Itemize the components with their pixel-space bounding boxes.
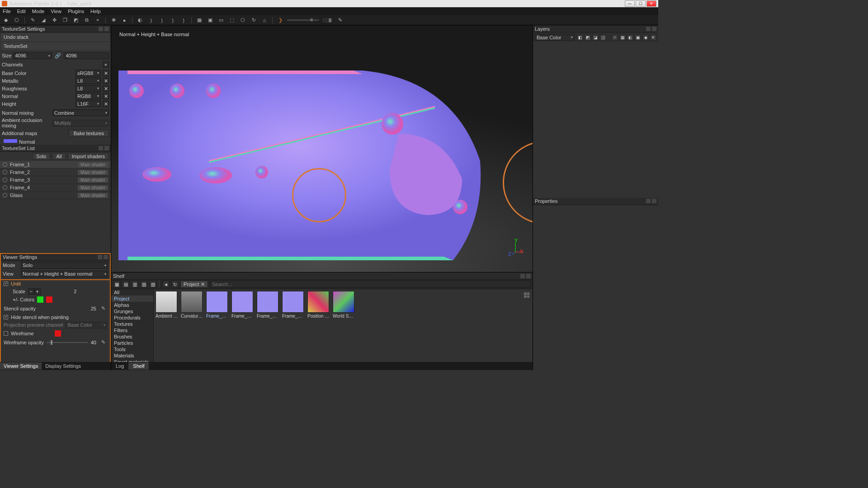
tab-shelf[interactable]: Shelf <box>128 362 149 370</box>
layer-ic4-icon[interactable]: ◫ <box>600 34 606 41</box>
lock-icon[interactable]: ✎ <box>336 16 344 24</box>
props-close-icon[interactable] <box>652 199 656 203</box>
eraser-icon[interactable]: ◢ <box>39 16 47 24</box>
render-mode-icon[interactable]: ◆ <box>2 16 10 24</box>
polyfill-icon[interactable]: ❐ <box>61 16 69 24</box>
menu-help[interactable]: Help <box>90 9 101 14</box>
shelf-cat[interactable]: Particles <box>111 340 153 346</box>
tslist-close-icon[interactable] <box>104 146 109 150</box>
view3d-icon[interactable]: ⬚ <box>228 16 236 24</box>
maximize-button[interactable]: ☐ <box>636 0 646 7</box>
wire-op-slider[interactable] <box>47 342 88 343</box>
visibility-icon[interactable] <box>3 193 7 197</box>
shelf-grid-icon[interactable] <box>523 291 531 299</box>
link-icon[interactable]: 🔗 <box>54 52 62 60</box>
viewer-undock-icon[interactable] <box>98 255 102 259</box>
channel-remove-icon[interactable]: ✕ <box>103 85 109 92</box>
quality-input[interactable] <box>321 17 333 23</box>
layers-undock-icon[interactable] <box>646 27 651 31</box>
textureset-item[interactable]: Frame_1 Main shader <box>0 161 111 169</box>
layer-fill-icon[interactable]: ▦ <box>619 34 626 41</box>
normal-mix-select[interactable]: Combine <box>52 109 109 116</box>
scale-minus[interactable]: − <box>28 288 34 295</box>
shelf-view1-icon[interactable]: ▦ <box>113 281 120 288</box>
channel-format-select[interactable]: L16F <box>75 100 101 107</box>
menu-view[interactable]: View <box>51 9 61 14</box>
shelf-cat[interactable]: All <box>111 289 153 296</box>
close-button[interactable]: ✕ <box>646 0 656 7</box>
smudge-icon[interactable]: ◩ <box>72 16 80 24</box>
rotate-icon[interactable]: ↻ <box>250 16 258 24</box>
textureset-item-shader[interactable]: Main shader <box>78 162 108 167</box>
clone-icon[interactable]: ⧉ <box>83 16 91 24</box>
iray-icon[interactable]: ❯ <box>276 16 284 24</box>
minus-color-swatch[interactable] <box>46 296 52 303</box>
textureset-item[interactable]: Frame_2 Main shader <box>0 169 111 176</box>
shelf-thumb[interactable]: Ambient Oc... <box>156 291 178 319</box>
shelf-cat[interactable]: Procedurals <box>111 314 153 321</box>
import-shaders-button[interactable]: Import shaders <box>68 153 109 160</box>
tslist-undock-icon[interactable] <box>99 146 103 150</box>
shelf-cat[interactable]: Grunges <box>111 308 153 314</box>
visibility-icon[interactable] <box>3 170 7 174</box>
map-swatch[interactable] <box>4 139 17 143</box>
layer-smart-icon[interactable]: ◆ <box>642 34 649 41</box>
shelf-cat[interactable]: Project <box>111 296 153 302</box>
layer-ic2-icon[interactable]: ◩ <box>585 34 591 41</box>
shelf-view5-icon[interactable]: ▨ <box>149 281 156 288</box>
shelf-reload-icon[interactable]: ↻ <box>171 281 179 288</box>
textureset-item-shader[interactable]: Main shader <box>78 178 108 183</box>
symmetry3-icon[interactable]: ) <box>169 16 177 24</box>
shelf-view4-icon[interactable]: ▧ <box>140 281 147 288</box>
panel-undock-icon[interactable] <box>99 27 103 31</box>
projection-icon[interactable]: ✥ <box>50 16 58 24</box>
cube-icon[interactable]: ⬠ <box>239 16 247 24</box>
shelf-cat[interactable]: Alphas <box>111 302 153 308</box>
textureset-item-shader[interactable]: Main shader <box>78 193 108 198</box>
ortho-icon[interactable]: ▣ <box>206 16 214 24</box>
visibility-icon[interactable] <box>3 162 7 167</box>
all-button[interactable]: All <box>52 153 66 160</box>
visibility-icon[interactable] <box>3 185 7 190</box>
tab-display-settings[interactable]: Display Settings <box>42 362 85 370</box>
symmetry4-icon[interactable]: ) <box>179 16 188 24</box>
shelf-search-input[interactable] <box>210 281 531 288</box>
shelf-tag-close-icon[interactable]: ✕ <box>201 282 205 287</box>
stencil-edit-icon[interactable]: ✎ <box>99 305 107 313</box>
particle-icon[interactable]: ❋ <box>109 16 118 24</box>
shelf-cat[interactable]: Filters <box>111 327 153 333</box>
menu-edit[interactable]: Edit <box>17 9 26 14</box>
size2-field[interactable]: 4096 <box>64 52 109 59</box>
layer-add-icon[interactable]: ✧ <box>612 34 618 41</box>
channel-remove-icon[interactable]: ✕ <box>103 70 109 76</box>
persp-icon[interactable]: ▦ <box>195 16 203 24</box>
textureset-item[interactable]: Glass Main shader <box>0 192 111 199</box>
material-icon[interactable]: ● <box>120 16 128 24</box>
shelf-cat[interactable]: Materials <box>111 352 153 359</box>
alpha-icon[interactable]: ◐ <box>136 16 144 24</box>
shelf-back-icon[interactable]: ◄ <box>162 281 170 288</box>
shelf-thumb[interactable]: Position Fra... <box>307 291 330 319</box>
wireframe-color-swatch[interactable] <box>55 330 61 337</box>
quality-slider[interactable] <box>287 19 319 21</box>
shelf-close-icon[interactable] <box>526 274 531 278</box>
tab-viewer-settings[interactable]: Viewer Settings <box>0 362 42 370</box>
channel-format-select[interactable]: L8 <box>75 85 101 92</box>
unlit-checkbox[interactable] <box>4 282 8 286</box>
hex-icon[interactable]: ⬡ <box>13 16 21 24</box>
hide-stencil-checkbox[interactable] <box>4 315 8 319</box>
solo-button[interactable]: Solo <box>32 153 50 160</box>
textureset-item[interactable]: Frame_3 Main shader <box>0 176 111 184</box>
tab-log[interactable]: Log <box>111 362 128 370</box>
layer-delete-icon[interactable]: ✕ <box>650 34 656 41</box>
layer-mask-icon[interactable]: ◐ <box>627 34 633 41</box>
symmetry1-icon[interactable]: ) <box>147 16 155 24</box>
props-undock-icon[interactable] <box>646 199 651 203</box>
channel-remove-icon[interactable]: ✕ <box>103 93 109 99</box>
bake-button[interactable]: Bake textures <box>69 130 109 137</box>
visibility-icon[interactable] <box>3 178 7 182</box>
layers-close-icon[interactable] <box>652 27 656 31</box>
channel-remove-icon[interactable]: ✕ <box>103 78 109 84</box>
textureset-item-shader[interactable]: Main shader <box>78 170 108 175</box>
textureset-item[interactable]: Frame_4 Main shader <box>0 184 111 192</box>
